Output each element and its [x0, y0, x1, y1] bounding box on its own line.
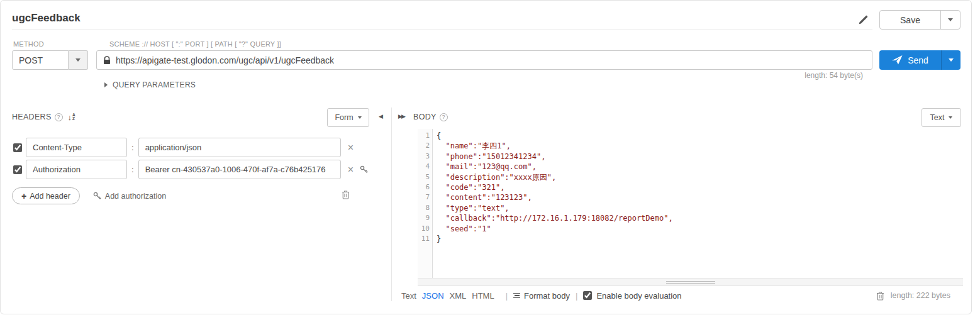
format-option-text[interactable]: Text: [401, 291, 416, 301]
url-text[interactable]: https://apigate-test.glodon.com/ugc/api/…: [116, 55, 334, 65]
send-button[interactable]: Send: [879, 50, 961, 70]
code-line: "name":"李四1",: [437, 141, 963, 151]
save-dropdown-button[interactable]: [940, 11, 960, 29]
plus-icon: +: [21, 191, 26, 201]
format-body-label: Format body: [524, 291, 570, 301]
send-button-label: Send: [908, 55, 928, 65]
save-button[interactable]: Save: [879, 10, 961, 30]
format-body-button[interactable]: Format body: [513, 291, 570, 301]
body-view-mode-label: Text: [930, 113, 945, 122]
header-name-input[interactable]: [26, 160, 127, 179]
colon-separator: :: [131, 143, 134, 152]
lock-icon: [103, 56, 111, 65]
code-line: "callback":"http://172.16.1.179:18082/re…: [437, 213, 963, 223]
add-authorization-button[interactable]: Add authorization: [93, 192, 166, 201]
method-dropdown-button[interactable]: [69, 50, 88, 70]
remove-header-icon[interactable]: ×: [348, 143, 354, 153]
enable-body-evaluation-checkbox[interactable]: [583, 291, 592, 300]
code-line: {: [437, 131, 963, 141]
key-icon: [93, 192, 101, 200]
header-enabled-checkbox[interactable]: [13, 165, 22, 174]
format-option-xml[interactable]: XML: [450, 291, 467, 301]
line-number: 1: [418, 131, 432, 141]
remove-header-icon[interactable]: ×: [348, 165, 354, 175]
add-header-label: Add header: [30, 192, 70, 201]
headers-view-mode-dropdown[interactable]: Form: [327, 108, 369, 127]
header-row: : ×: [12, 160, 368, 179]
sort-az-icon[interactable]: ↓ AZ: [68, 113, 75, 121]
add-header-button[interactable]: + Add header: [12, 187, 80, 204]
clear-body-trash-icon[interactable]: [876, 291, 884, 301]
collapse-body-arrow-icon[interactable]: ▶: [401, 113, 406, 119]
chevron-down-icon: [75, 58, 81, 62]
code-line: "mail":"123@qq.com",: [437, 162, 963, 172]
format-option-json[interactable]: JSON: [422, 291, 444, 301]
body-code-text[interactable]: { "name":"李四1", "phone":"15012341234", "…: [433, 129, 963, 278]
key-icon[interactable]: [360, 165, 368, 174]
page-title: ugcFeedback: [12, 12, 81, 25]
chevron-down-icon: [948, 18, 953, 21]
headers-view-mode-label: Form: [335, 113, 353, 122]
line-number: 5: [418, 172, 432, 182]
line-number: 6: [418, 182, 432, 192]
colon-separator: :: [131, 165, 134, 174]
code-line: "seed":"1": [437, 224, 963, 234]
send-button-main[interactable]: Send: [879, 50, 941, 70]
format-option-html[interactable]: HTML: [472, 291, 494, 301]
scheme-label: SCHEME :// HOST [ ":" PORT ] [ PATH [ "?…: [109, 40, 281, 48]
chevron-down-icon: [949, 116, 952, 119]
separator: |: [576, 291, 577, 301]
request-editor-card: ugcFeedback Save METHOD SCHEME :// HOST …: [0, 0, 972, 314]
line-number-gutter: 1 2 3 4 5 6 7 8 9 10 11: [418, 129, 433, 278]
query-parameters-toggle[interactable]: QUERY PARAMETERS: [104, 80, 196, 89]
chevron-down-icon: [949, 58, 954, 62]
body-title: BODY: [413, 113, 437, 121]
header-value-input[interactable]: [138, 138, 341, 157]
help-icon[interactable]: ?: [440, 113, 448, 121]
body-footer-toolbar: Text JSON XML HTML | Format body | Enabl…: [401, 287, 963, 304]
header-value-input[interactable]: [138, 160, 341, 179]
body-view-mode-dropdown[interactable]: Text: [922, 108, 961, 127]
line-number: 11: [418, 234, 432, 244]
line-number: 2: [418, 141, 432, 151]
method-label: METHOD: [13, 40, 44, 48]
enable-body-evaluation: Enable body evaluation: [583, 291, 681, 301]
title-divider: [12, 30, 872, 30]
line-number: 4: [418, 162, 432, 172]
editor-resize-handle[interactable]: [418, 278, 963, 286]
header-row: : ×: [12, 138, 354, 157]
url-length-info: length: 54 byte(s): [805, 71, 863, 80]
separator: |: [506, 291, 508, 301]
code-line: "description":"xxxx原因",: [437, 172, 963, 182]
line-number: 10: [418, 224, 432, 234]
send-dropdown-button[interactable]: [941, 50, 961, 70]
code-line: "code":"321",: [437, 182, 963, 192]
code-line: }: [437, 234, 963, 244]
panel-splitter[interactable]: [391, 108, 392, 301]
body-editor[interactable]: 1 2 3 4 5 6 7 8 9 10 11 { "name":"李四1", …: [418, 129, 963, 278]
help-icon[interactable]: ?: [55, 113, 63, 121]
chevron-down-icon: [358, 116, 362, 119]
line-number: 7: [418, 192, 432, 202]
header-name-input[interactable]: [26, 138, 127, 157]
line-number: 3: [418, 152, 432, 162]
method-value[interactable]: POST: [12, 50, 69, 70]
method-select[interactable]: POST: [12, 50, 88, 70]
enable-body-evaluation-label: Enable body evaluation: [596, 291, 681, 301]
collapse-headers-arrow-icon[interactable]: ◀: [379, 113, 383, 119]
clear-headers-trash-icon[interactable]: [342, 190, 350, 199]
body-footer-right: length: 222 bytes: [876, 291, 963, 301]
url-input[interactable]: https://apigate-test.glodon.com/ugc/api/…: [96, 50, 872, 70]
code-line: "type":"text",: [437, 203, 963, 213]
line-number: 9: [418, 213, 432, 223]
header-enabled-checkbox[interactable]: [13, 143, 22, 152]
headers-actions-row: + Add header Add authorization: [12, 187, 166, 204]
code-line: "content":"123123",: [437, 192, 963, 202]
query-parameters-label: QUERY PARAMETERS: [113, 80, 196, 89]
format-lines-icon: [513, 293, 520, 299]
code-line: "phone":"15012341234",: [437, 152, 963, 162]
body-section-header: BODY ?: [413, 113, 448, 121]
add-authorization-label: Add authorization: [105, 192, 166, 201]
edit-title-pencil-icon[interactable]: [857, 13, 870, 26]
save-button-label[interactable]: Save: [880, 11, 940, 29]
